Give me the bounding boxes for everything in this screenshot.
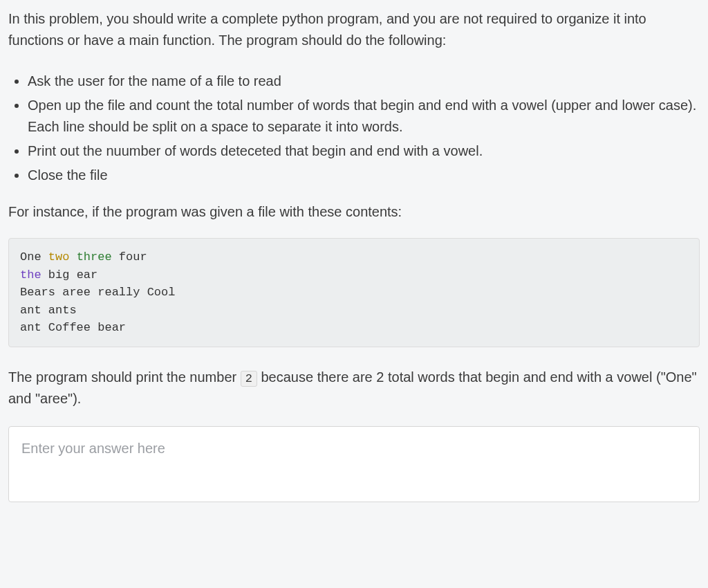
list-item: Print out the nuumber of words deteceted… [28,140,700,162]
code-word: ant [20,304,41,317]
list-item-text: Each line should be split on a space to … [28,119,403,134]
example-intro: For instance, if the program was given a… [8,201,700,223]
code-word: Bears [20,286,55,299]
requirements-list: Ask the user for the name of a file to r… [8,71,700,186]
list-item: Open up the file and count the total num… [28,95,700,138]
code-word: ant [20,321,41,334]
code-word: ear [77,268,98,282]
code-word: Coffee [48,321,91,334]
code-word: really [97,286,140,299]
code-word: four [119,250,147,264]
code-word: Cool [147,286,176,299]
code-word: aree [62,286,91,299]
result-explanation: The program should print the number 2 be… [8,367,700,410]
intro-text: In this problem, you should write a comp… [8,8,700,51]
code-word: three [77,250,112,264]
list-item: Close the file [28,165,700,186]
code-word: ants [48,304,77,317]
code-word: One [20,250,41,264]
inline-code-value: 2 [241,371,257,387]
list-item: Ask the user for the name of a file to r… [28,71,700,92]
code-word: the [20,268,41,282]
code-word: bear [97,321,126,334]
answer-input[interactable]: Enter your answer here [8,426,700,502]
result-text-before: The program should print the number [8,369,241,385]
code-word: two [48,250,70,264]
code-sample-block: One two three four the big ear Bears are… [8,238,700,347]
code-word: big [48,268,70,282]
list-item-text: Open up the file and count the total num… [28,98,696,113]
